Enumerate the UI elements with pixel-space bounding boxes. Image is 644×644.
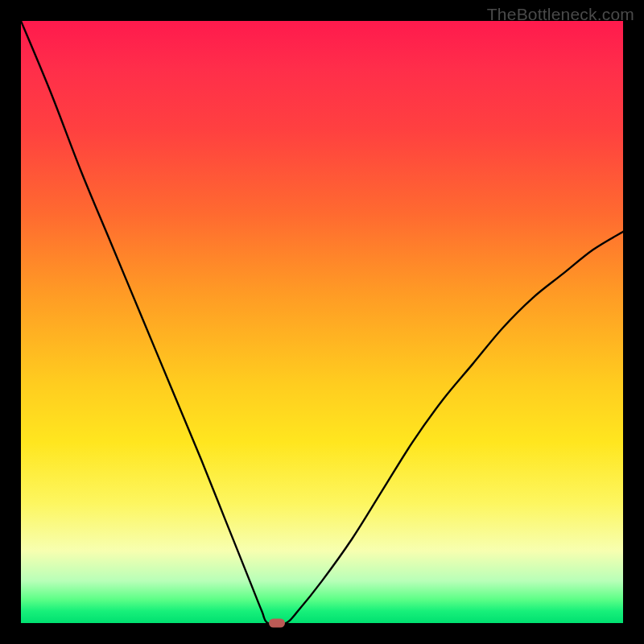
- curve-svg: [21, 21, 623, 623]
- optimal-marker: [269, 619, 285, 628]
- bottleneck-curve-path: [21, 21, 623, 623]
- chart-frame: TheBottleneck.com: [0, 0, 644, 644]
- watermark-text: TheBottleneck.com: [487, 5, 634, 24]
- plot-background: [21, 21, 623, 623]
